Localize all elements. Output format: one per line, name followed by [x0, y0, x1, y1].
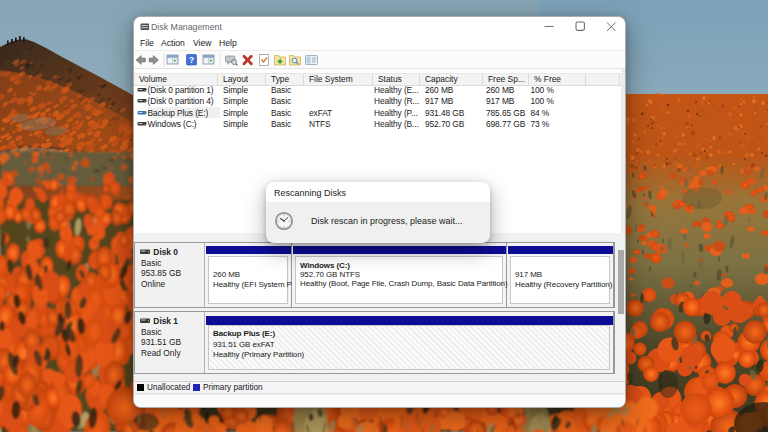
svg-text:?: ?: [189, 55, 194, 65]
